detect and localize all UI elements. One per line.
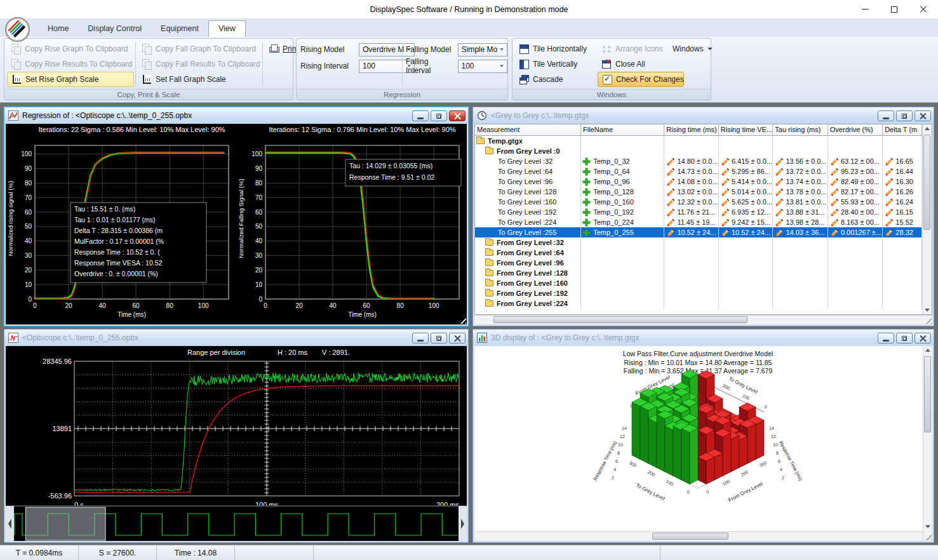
tree-table-row[interactable]: To Grey Level :224Temp_0_22411.45 ± 19..… [475,217,922,227]
tab-equipment[interactable]: Equipment [151,21,208,37]
tab-display-control[interactable]: Display Control [78,21,151,37]
print-button[interactable]: Print [265,41,294,57]
svg-text:12: 12 [771,434,776,439]
tree-table-row[interactable]: From Grey Level :32 [475,237,922,248]
column-header[interactable]: Rising time (ms) [664,124,719,135]
scrollbar-thumb[interactable] [652,533,728,540]
pencil-icon [830,178,839,185]
window-minimize-button[interactable] [412,110,429,121]
window-close-button[interactable] [449,110,466,121]
cascade-button[interactable]: Cascade [515,72,596,87]
threed-horizontal-scrollbar[interactable] [474,531,923,541]
svg-text:0: 0 [258,296,262,303]
close-all-button[interactable]: Close All [598,57,684,72]
window-restore-button[interactable] [431,110,447,121]
pencil-icon [721,229,730,236]
value-cell: 11.76 ± 21... [664,207,719,217]
set-rise-graph-scale-button[interactable]: Set Rise Graph Scale [7,72,134,87]
copy-fall-graph-button[interactable]: Copy Fall Graph To Clipboard [138,41,265,57]
measurement-cell: To Grey Level :224 [475,217,581,227]
tree-table-row[interactable]: From Grey Level :128 [475,268,922,278]
value-cell: 0.001267 ±... [828,227,883,237]
tree-table-row[interactable]: From Grey Level :64 [475,248,922,258]
window-restore-button[interactable] [431,333,447,343]
tile-vertically-button[interactable]: Tile Vertically [515,57,596,72]
app-close-button[interactable] [909,0,938,18]
windows-menu-button[interactable]: Windows [669,41,711,57]
tree-table-row[interactable]: From Grey Level :224 [475,298,922,309]
window-restore-button[interactable] [896,333,913,343]
window-minimize-button[interactable] [878,333,894,343]
folder-icon [485,270,493,276]
resize-grip[interactable] [923,316,932,324]
copy-rise-results-button[interactable]: Copy Rise Results To Clipboard [7,57,134,72]
tree-table-row[interactable]: To Grey Level :96Temp_0_9614.08 ± 0.0...… [475,177,922,187]
regression-plots-area: Iterations: 22 Sigma : 0.586 Min Level: … [6,124,467,324]
scrollbar-thumb[interactable] [923,135,930,230]
tree-table-row[interactable]: From Grey Level :160 [475,278,922,288]
tree-table-row[interactable]: Temp.gtgx [475,136,922,146]
threed-bar-chart: Low Pass Filter,Curve adjustment Overdri… [474,346,923,530]
close-all-label: Close All [615,60,645,69]
falling-model-select[interactable]: Simple Mo [458,43,508,57]
column-header[interactable]: Tau rising (ms) [773,124,828,135]
set-fall-graph-scale-button[interactable]: Set Fall Graph Scale [138,72,265,87]
pencil-icon [830,208,839,216]
tile-horizontally-button[interactable]: Tile Horizontally [515,41,596,57]
tree-table-row[interactable]: To Grey Level :128Temp_0_12813.02 ± 0.0.… [475,187,922,197]
column-header[interactable]: FileName [581,124,664,135]
value-cell: 13.74 ± 0.0... [773,177,827,187]
column-header[interactable]: Delta T (m [883,124,922,135]
pencil-icon [885,218,894,226]
window-close-button[interactable] [915,333,931,343]
optiscope-window[interactable]: <Optiscope c:\..\temp_0_255.opbx Range p… [4,329,469,543]
window-close-button[interactable] [449,333,466,343]
gtg-window-title-bar[interactable]: <Grey to Grey c:\..\temp.gtgx [473,107,934,124]
falling-interval-select[interactable]: 100 [458,60,508,73]
threed-vertical-scrollbar[interactable] [923,346,932,541]
regression-window-title-bar[interactable]: Regression of : <Optiscope c:\..\temp_0_… [4,107,468,124]
scrollbar-thumb[interactable] [493,316,747,323]
window-close-button[interactable] [915,110,931,121]
value-cell [883,248,922,258]
app-minimize-button[interactable] [850,0,880,18]
window-restore-button[interactable] [896,110,913,121]
tree-table-row[interactable]: To Grey Level :32Temp_0_3214.80 ± 0.0...… [475,156,922,166]
group-caption: Copy, Print & Scale [4,89,293,100]
tree-table-row[interactable]: To Grey Level :160Temp_0_16012.32 ± 0.0.… [475,197,922,207]
svg-text:Time (ms): Time (ms) [348,311,377,318]
column-header[interactable]: Measurement [475,124,581,135]
threed-window-title-bar[interactable]: 3D display of : <Grey to Grey c:\..\temp… [473,330,934,346]
measurement-cell: To Grey Level :160 [475,197,581,207]
tab-view[interactable]: View [208,20,246,37]
tree-table-row[interactable]: To Grey Level :192Temp_0_19211.76 ± 21..… [475,207,922,217]
tree-table-row[interactable]: From Grey Level :96 [475,258,922,268]
column-header[interactable]: Rising time VE... [719,124,774,135]
tab-home[interactable]: Home [38,21,78,37]
svg-text:100: 100 [742,393,751,401]
value-cell: 5.295 ± 86... [719,166,774,177]
copy-rise-graph-button[interactable]: Copy Rise Graph To Clipboard [7,41,134,57]
tree-table-row[interactable]: To Grey Level :64Temp_0_6414.73 ± 0.0...… [475,166,922,177]
grey-to-grey-window[interactable]: <Grey to Grey c:\..\temp.gtgx Measuremen… [472,107,934,326]
regression-window[interactable]: Regression of : <Optiscope c:\..\temp_0_… [4,107,469,326]
gtg-vertical-scrollbar[interactable] [922,124,932,314]
gtg-horizontal-scrollbar[interactable] [474,315,932,324]
pencil-icon [775,208,784,216]
folder-icon [485,290,493,297]
tree-table-row[interactable]: From Grey Level :192 [475,288,922,298]
app-logo-icon[interactable] [5,17,30,42]
tree-table-row[interactable]: From Grey Level :0 [475,146,922,156]
window-minimize-button[interactable] [878,110,894,121]
scrollbar-thumb[interactable] [924,356,931,432]
tree-table-row[interactable]: To Grey Level :255Temp_0_25510.52 ± 24..… [475,227,922,237]
window-minimize-button[interactable] [412,333,429,343]
signal-preview-strip[interactable] [6,506,467,541]
threed-window[interactable]: 3D display of : <Grey to Grey c:\..\temp… [472,329,934,543]
check-for-changes-button[interactable]: Check For Changes [598,72,684,87]
gtg-table-header[interactable]: MeasurementFileNameRising time (ms)Risin… [475,124,922,136]
app-maximize-button[interactable] [880,0,909,18]
column-header[interactable]: Overdrive (%) [828,124,883,135]
copy-fall-results-button[interactable]: Copy Fall Results To Clipboard [138,57,265,72]
optiscope-window-title-bar[interactable]: <Optiscope c:\..\temp_0_255.opbx [4,330,468,346]
